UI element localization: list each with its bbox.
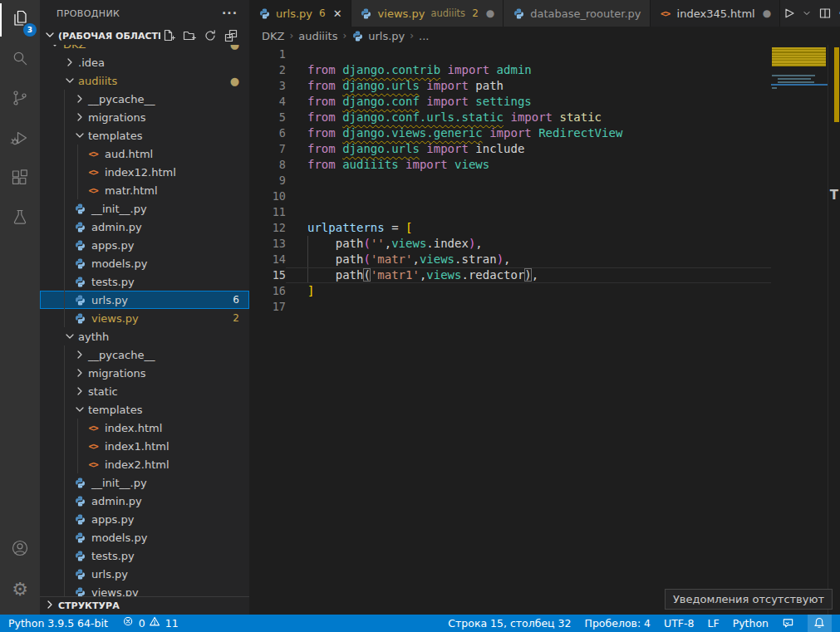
code-text: from django.contrib import admin — [286, 62, 771, 78]
new-file-icon[interactable] — [162, 29, 175, 42]
tree-item-index1-html[interactable]: <>index1.html — [40, 437, 249, 455]
code-token: ( — [363, 268, 370, 282]
feedback-icon[interactable] — [782, 617, 794, 630]
eol[interactable]: LF — [708, 617, 720, 630]
breadcrumb-item-urls-py[interactable]: urls.py — [351, 29, 405, 42]
tree-item--init-py[interactable]: __init__.py — [40, 473, 249, 492]
tab-urls-py[interactable]: urls.py6✕ — [249, 0, 351, 27]
split-editor-icon[interactable] — [817, 5, 833, 22]
code-token — [399, 158, 405, 171]
code-line-9[interactable]: 9 — [249, 173, 771, 189]
tree-item-admin-py[interactable]: admin.py — [40, 492, 249, 510]
collapse-all-icon[interactable] — [224, 29, 238, 42]
tree-item-label: .idea — [78, 56, 105, 69]
html-file-icon: <> — [86, 147, 100, 160]
tab-database-roouter-py[interactable]: database_roouter.py — [504, 0, 650, 27]
minimap[interactable] — [771, 45, 828, 615]
tree-item-index-html[interactable]: <>index.html — [40, 419, 249, 437]
encoding[interactable]: UTF-8 — [664, 617, 694, 630]
activity-bar-item-explorer[interactable]: 3 — [0, 0, 40, 40]
code-line-12[interactable]: 12urlpatterns = [ — [249, 220, 771, 236]
tree-item-label: admin.py — [91, 221, 142, 233]
outline-section-header[interactable]: СТРУКТУРА — [40, 596, 249, 615]
tree-item-templates[interactable]: templates — [40, 400, 249, 419]
tree-item-models-py[interactable]: models.py — [40, 254, 249, 272]
new-folder-icon[interactable] — [183, 29, 196, 42]
code-line-1[interactable]: 1 — [249, 47, 771, 62]
workspace-section-header[interactable]: (РАБОЧАЯ ОБЛАСТЬ) ... — [40, 27, 249, 45]
tree-item--init-py[interactable]: __init__.py — [40, 199, 249, 218]
python-interpreter[interactable]: Python 3.9.5 64-bit — [8, 617, 108, 630]
code-line-10[interactable]: 10 — [249, 189, 771, 204]
tree-item-templates[interactable]: templates — [40, 126, 249, 145]
workspace-label: (РАБОЧАЯ ОБЛАСТЬ) ... — [58, 31, 160, 42]
tree-item-aud-html[interactable]: <>aud.html — [40, 145, 249, 163]
code-line-4[interactable]: 4from django.conf import settings — [249, 94, 771, 110]
tree-item-apps-py[interactable]: apps.py — [40, 236, 249, 254]
code-line-17[interactable]: 17 — [249, 299, 771, 315]
activity-bar-item-extensions[interactable] — [0, 159, 40, 199]
tree-item-matr-html[interactable]: <>matr.html — [40, 181, 249, 199]
code-line-2[interactable]: 2from django.contrib import admin — [249, 62, 771, 78]
code-line-14[interactable]: 14 path('matr',views.stran), — [249, 252, 771, 267]
tree-item-migrations[interactable]: migrations — [40, 108, 249, 126]
tree-item--pycache-[interactable]: __pycache__ — [40, 90, 249, 108]
breadcrumb-item-audiiits[interactable]: audiiits — [298, 30, 337, 42]
tab-label: database_roouter.py — [530, 7, 641, 20]
refresh-icon[interactable] — [204, 29, 217, 42]
chevron-down-small-icon[interactable] — [800, 7, 813, 20]
problems-status[interactable]: 011 — [123, 616, 179, 630]
tree-item-urls-py[interactable]: urls.py6 — [40, 291, 249, 309]
code-line-16[interactable]: 16] — [249, 283, 771, 299]
code-text — [286, 299, 771, 315]
code-line-8[interactable]: 8from audiiits import views — [249, 157, 771, 173]
run-icon[interactable] — [780, 5, 797, 22]
tree-item-models-py[interactable]: models.py — [40, 528, 249, 546]
tree-item-index2-html[interactable]: <>index2.html — [40, 455, 249, 473]
tab-views-py[interactable]: views.pyaudiiits2● — [351, 0, 504, 27]
tree-item-aythh[interactable]: aythh — [40, 327, 249, 345]
more-icon[interactable]: ··· — [837, 5, 840, 22]
tab-index345-html[interactable]: <>index345.html● — [651, 0, 781, 27]
breadcrumb-label: ... — [419, 30, 429, 42]
tree-item-views-py[interactable]: views.py2 — [40, 309, 249, 327]
tree-item--pycache-[interactable]: __pycache__ — [40, 345, 249, 364]
code-line-7[interactable]: 7from django.urls import include — [249, 141, 771, 157]
breadcrumb-item--[interactable]: ... — [419, 30, 429, 42]
tree-item-label: models.py — [91, 532, 147, 544]
tree-item-tests-py[interactable]: tests.py — [40, 272, 249, 291]
status-bar: Python 3.9.5 64-bit011Строка 15, столбец… — [0, 615, 840, 632]
tree-item-index12-html[interactable]: <>index12.html — [40, 163, 249, 181]
tree-item--idea[interactable]: .idea — [40, 53, 249, 71]
tree-item-tests-py[interactable]: tests.py — [40, 546, 249, 565]
activity-bar-item-testing[interactable] — [0, 199, 40, 239]
breadcrumb-item-dkz[interactable]: DKZ — [262, 30, 284, 42]
code-line-15[interactable]: 15 path('matr1',views.redactor), — [249, 267, 771, 283]
code-line-5[interactable]: 5from django.conf.urls.static import sta… — [249, 110, 771, 125]
activity-bar-item-search[interactable] — [0, 40, 40, 80]
activity-bar-item-run-and-debug[interactable] — [0, 120, 40, 159]
code-editor[interactable]: 12from django.contrib import admin3from … — [249, 45, 840, 615]
tree-item-static[interactable]: static — [40, 382, 249, 400]
code-line-3[interactable]: 3from django.urls import path — [249, 78, 771, 94]
tree-item-audiiits[interactable]: audiiits● — [40, 71, 249, 90]
py-file-icon — [73, 293, 86, 306]
code-line-13[interactable]: 13 path('',views.index), — [249, 236, 771, 252]
outline-label: СТРУКТУРА — [58, 600, 120, 611]
tree-item-migrations[interactable]: migrations — [40, 364, 249, 382]
notifications-bell-icon[interactable] — [808, 615, 832, 632]
indentation[interactable]: Пробелов: 4 — [585, 617, 651, 630]
close-icon[interactable]: ✕ — [333, 7, 342, 20]
activity-bar-item-settings[interactable]: ⚙ — [0, 570, 40, 610]
tree-item-apps-py[interactable]: apps.py — [40, 510, 249, 528]
language-mode[interactable]: Python — [733, 617, 769, 630]
code-line-6[interactable]: 6from django.views.generic import Redire… — [249, 125, 771, 141]
tree-item-urls-py[interactable]: urls.py — [40, 565, 249, 583]
code-line-11[interactable]: 11 — [249, 204, 771, 220]
activity-bar-item-account[interactable] — [0, 530, 40, 570]
scrollbar-overview-ruler[interactable]: T — [828, 45, 840, 615]
tree-item-admin-py[interactable]: admin.py — [40, 218, 249, 236]
explorer-more-actions-icon[interactable]: ··· — [222, 7, 238, 20]
activity-bar-item-source-control[interactable] — [0, 80, 40, 120]
cursor-position[interactable]: Строка 15, столбец 32 — [448, 617, 571, 630]
